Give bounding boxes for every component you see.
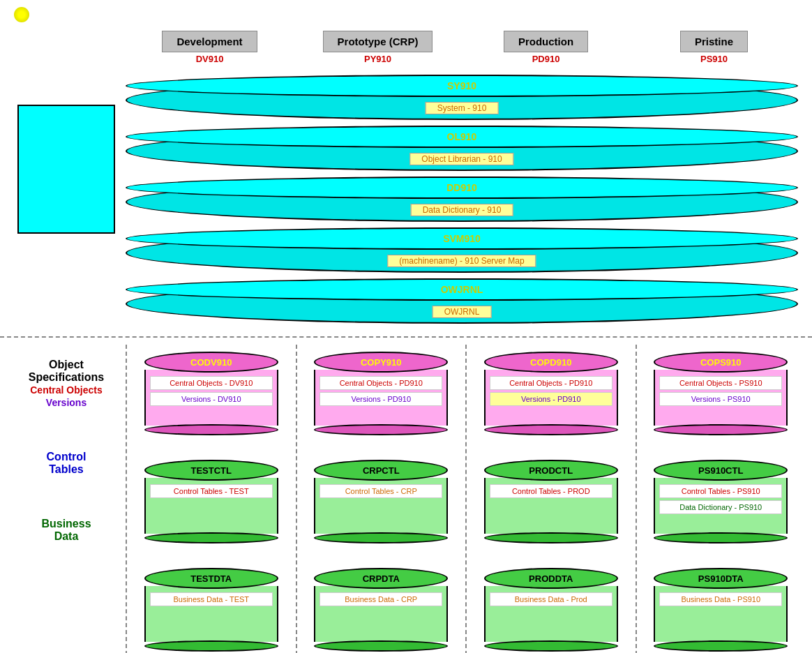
disk-ol910: OL910 Object Librarian - 910 xyxy=(126,126,798,171)
business-cylinder-wrapper: PRODDTA Business Data - Prod xyxy=(472,568,630,652)
cyl-name: PRODDTA xyxy=(529,573,573,584)
cyl-row: Data Dictionary - PS910 xyxy=(659,500,782,514)
cyl-bottom xyxy=(654,532,788,543)
cyl-body: Business Data - PS910 xyxy=(654,586,788,642)
central-objects-label: Central Objects xyxy=(30,384,102,396)
cyl-body: Control Tables - PROD xyxy=(484,478,618,534)
cyl-row: Versions - DV910 xyxy=(150,392,273,406)
db-columns: CODV910 Central Objects - DV910Versions … xyxy=(126,345,805,653)
db-col-0: CODV910 Central Objects - DV910Versions … xyxy=(126,345,296,653)
disk-label: OWJRNL xyxy=(441,284,483,295)
cyl-top: CODV910 xyxy=(144,352,278,373)
cylinder-testctl: TESTCTL Control Tables - TEST xyxy=(144,460,278,543)
col-header-dv910: Development DV910 xyxy=(126,31,294,64)
obj-spec-title: ObjectSpecifications xyxy=(29,359,104,383)
col-header-box: Development xyxy=(162,31,257,52)
cyl-name: CRPCTL xyxy=(363,465,400,476)
cyl-body: Control Tables - CRP xyxy=(314,478,448,534)
disk-label: SY910 xyxy=(447,80,476,91)
cyl-top: COPY910 xyxy=(314,352,448,373)
disk-top: SY910 xyxy=(126,75,798,97)
cylinder-cops910: COPS910 Central Objects - PS910Versions … xyxy=(654,352,788,435)
cyl-top: TESTCTL xyxy=(144,460,278,481)
cyl-bottom xyxy=(314,532,448,543)
cyl-row: Control Tables - CRP xyxy=(319,484,442,498)
cyl-bottom xyxy=(144,640,278,652)
cyl-row: Versions - PD910 xyxy=(490,392,612,406)
db-col-3: COPS910 Central Objects - PS910Versions … xyxy=(636,345,806,653)
disk-sublabel: System - 910 xyxy=(426,102,499,114)
cyl-body: Business Data - CRP xyxy=(314,586,448,642)
cyl-row: Business Data - CRP xyxy=(319,592,442,606)
cyl-row: Central Objects - PS910 xyxy=(659,376,782,390)
cylinder-prodctl: PRODCTL Control Tables - PROD xyxy=(484,460,618,543)
cyl-top: CRPDTA xyxy=(314,568,448,589)
cyl-bottom xyxy=(484,532,618,543)
col-header-ps910: Pristine PS910 xyxy=(630,31,798,64)
cyl-row: Business Data - TEST xyxy=(150,592,273,606)
disk-top: SVM910 xyxy=(126,227,798,250)
cyl-row: Control Tables - PROD xyxy=(490,484,612,498)
cyl-top: COPD910 xyxy=(484,352,618,373)
header xyxy=(0,0,812,22)
cyl-top: PRODCTL xyxy=(484,460,618,481)
col-header-box: Pristine xyxy=(680,31,748,52)
disk-owjrnl: OWJRNL OWJRNL xyxy=(126,278,798,324)
cyl-bottom xyxy=(314,424,448,435)
control-cylinder-wrapper: PS910CTL Control Tables - PS910Data Dict… xyxy=(642,460,800,543)
cyl-body: Central Objects - DV910Versions - DV910 xyxy=(144,370,278,426)
disk-label: SVM910 xyxy=(443,233,481,244)
left-label-object-specs: ObjectSpecifications Central Objects Ver… xyxy=(7,359,126,409)
obj-spec-cylinder-wrapper: COPY910 Central Objects - PD910Versions … xyxy=(303,352,460,435)
left-label-business-data: BusinessData xyxy=(7,518,126,543)
cylinder-proddta: PRODDTA Business Data - Prod xyxy=(484,568,618,652)
cyl-bottom xyxy=(654,424,788,435)
obj-spec-cylinder-wrapper: COPD910 Central Objects - PD910Versions … xyxy=(472,352,630,435)
cyl-body: Control Tables - TEST xyxy=(144,478,278,534)
cyl-name: PS910DTA xyxy=(698,573,744,584)
cyl-top: COPS910 xyxy=(654,352,788,373)
cylinder-codv910: CODV910 Central Objects - DV910Versions … xyxy=(144,352,278,435)
section-divider xyxy=(0,336,812,338)
cyl-body: Central Objects - PD910Versions - PD910 xyxy=(314,370,448,426)
business-data-label: BusinessData xyxy=(41,518,91,542)
cyl-row: Central Objects - DV910 xyxy=(150,376,273,390)
cyl-name: COPS910 xyxy=(700,357,742,368)
db-col-2: COPD910 Central Objects - PD910Versions … xyxy=(465,345,636,653)
col-header-box: Production xyxy=(504,31,588,52)
cylinder-copy910: COPY910 Central Objects - PD910Versions … xyxy=(314,352,448,435)
cylinder-crpdta: CRPDTA Business Data - CRP xyxy=(314,568,448,652)
col-header-sub: DV910 xyxy=(126,54,294,64)
cyl-row: Control Tables - PS910 xyxy=(659,484,782,498)
col-header-sub: PD910 xyxy=(462,54,630,64)
cyl-bottom xyxy=(144,424,278,435)
cyl-name: PS910CTL xyxy=(698,465,743,476)
disk-label: OL910 xyxy=(447,131,477,142)
control-cylinder-wrapper: PRODCTL Control Tables - PROD xyxy=(472,460,630,543)
col-header-box: Prototype (CRP) xyxy=(323,31,433,52)
left-label-control-tables: ControlTables xyxy=(7,451,126,476)
cyl-body: Control Tables - PS910Data Dictionary - … xyxy=(654,478,788,534)
cyl-row: Versions - PD910 xyxy=(319,392,442,406)
cyl-bottom xyxy=(144,532,278,543)
disk-svm910: SVM910 (machinename) - 910 Server Map xyxy=(126,227,798,273)
cyl-name: TESTDTA xyxy=(190,573,232,584)
db-col-1: COPY910 Central Objects - PD910Versions … xyxy=(296,345,466,653)
cylinder-ps910dta: PS910DTA Business Data - PS910 xyxy=(654,568,788,652)
disk-top: DD910 xyxy=(126,177,798,199)
cyl-bottom xyxy=(654,640,788,652)
control-cylinder-wrapper: CRPCTL Control Tables - CRP xyxy=(303,460,460,543)
col-header-py910: Prototype (CRP) PY910 xyxy=(294,31,462,64)
cylinder-testdta: TESTDTA Business Data - TEST xyxy=(144,568,278,652)
disk-sublabel: (machinename) - 910 Server Map xyxy=(387,255,536,267)
cyl-bottom xyxy=(314,640,448,652)
cylinder-crpctl: CRPCTL Control Tables - CRP xyxy=(314,460,448,543)
disks-area: SY910 System - 910 OL910 Object Libraria… xyxy=(126,71,805,324)
disk-sy910: SY910 System - 910 xyxy=(126,75,798,120)
cyl-body: Business Data - Prod xyxy=(484,586,618,642)
cyl-name: PRODCTL xyxy=(529,465,573,476)
cyl-top: PS910DTA xyxy=(654,568,788,589)
cyl-body: Central Objects - PD910Versions - PD910 xyxy=(484,370,618,426)
page-title xyxy=(33,7,798,8)
cyl-row: Business Data - PS910 xyxy=(659,592,782,606)
